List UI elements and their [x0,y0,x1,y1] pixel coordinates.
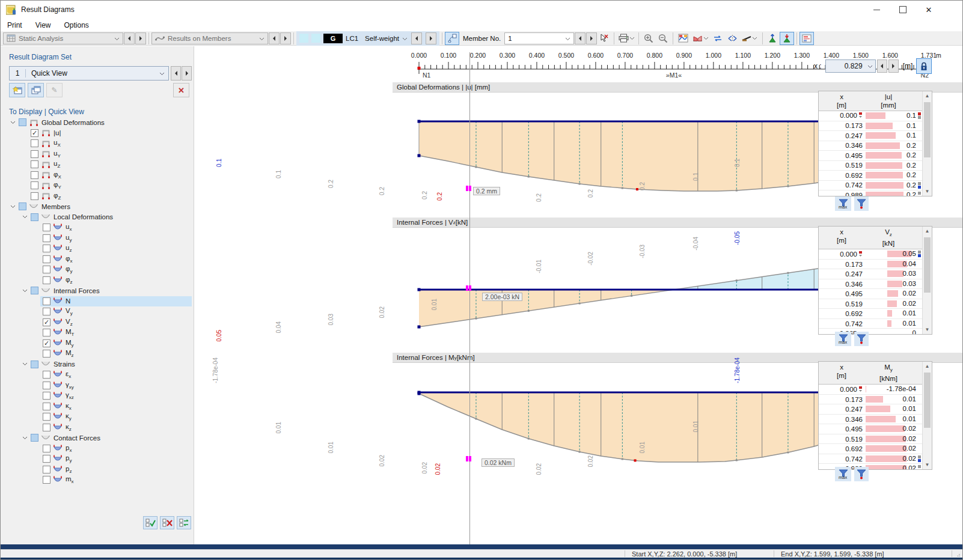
tree-item-u-y[interactable]: uy [1,233,193,244]
rename-set-button[interactable]: ✎ [46,83,63,97]
member-no-select[interactable]: 1 [504,32,574,44]
cursor-value-marker[interactable] [469,186,471,191]
new-set-button[interactable] [9,83,25,97]
tree-item-m-z[interactable]: Mz [1,348,193,359]
table-row[interactable]: 0.742 0.2 [819,181,932,191]
cursor-value-marker[interactable] [466,285,468,291]
pick-member-button[interactable] [597,32,611,45]
tree-checkbox[interactable] [43,392,50,400]
tree-checkbox[interactable] [19,202,26,210]
filter-max-button[interactable]: max [835,467,851,481]
tree-group-local-deformations[interactable]: Local Deformations [1,212,193,223]
table-scrollbar[interactable]: ▲ ▼ [922,227,932,334]
tree-item-p-z[interactable]: pz [1,464,193,475]
tree-group-contact-forces[interactable]: Contact Forces [1,433,193,443]
scroll-down-icon[interactable]: ▼ [923,325,932,334]
tree-checkbox[interactable] [31,171,38,179]
tree-checkbox[interactable] [43,329,50,336]
tree-checkbox[interactable] [43,476,50,484]
tree-checkbox[interactable] [31,150,38,158]
table-row[interactable]: 0.000 0.1 [819,111,932,121]
menu-options[interactable]: Options [57,19,95,31]
x-value-select[interactable]: 0.829 [825,59,876,73]
tree-item--z[interactable]: φZ [1,191,193,202]
analysis-prev-button[interactable] [124,32,135,44]
tree-expander-icon[interactable] [7,121,19,124]
tree-checkbox[interactable] [31,287,38,294]
tree-checkbox[interactable] [31,361,38,368]
tree-item--xz[interactable]: γxz [1,391,193,401]
table-row[interactable]: 0.247 0.03 [819,269,932,279]
tree-checkbox[interactable] [19,118,26,126]
tree-checkbox[interactable] [43,255,50,263]
table-row[interactable]: 0.495 0.02 [819,289,932,299]
filter-cursor-button[interactable] [854,196,869,211]
member-next-button[interactable] [586,32,597,44]
tree-item--y[interactable]: φY [1,180,193,191]
clip-range-button[interactable] [725,32,739,45]
lc-next-button[interactable] [426,32,436,44]
tree-checkbox[interactable] [43,445,50,452]
tree-item-u-z[interactable]: uZ [1,159,193,170]
tree-checkbox[interactable] [43,455,50,463]
delete-set-button[interactable]: ✕ [173,83,189,97]
tree-checkbox[interactable]: ✓ [31,129,38,137]
table-scrollbar[interactable]: ▲ ▼ [922,91,932,196]
scrollbar-thumb[interactable] [924,102,931,157]
table-row[interactable]: 0.346 0.2 [819,141,932,151]
minimize-button[interactable] [863,1,890,19]
table-row[interactable]: 0.692 0.2 [819,171,932,181]
table-row[interactable]: 0.247 0.01 [819,404,932,415]
table-row[interactable]: 0.692 0.02 [819,444,932,454]
results-mode-prev-button[interactable] [269,32,280,44]
invert-selection-button[interactable] [177,516,191,529]
table-row[interactable]: 0.692 0.01 [819,309,932,319]
resize-grip[interactable]: ⣠ [956,550,961,556]
maximize-button[interactable] [890,1,916,19]
results-mode-next-button[interactable] [280,32,291,44]
tree-item--y[interactable]: φy [1,264,193,275]
tree-checkbox[interactable] [31,160,38,168]
x-next-button[interactable] [888,59,899,73]
sync-views-button[interactable] [711,32,725,45]
scrollbar-thumb[interactable] [924,237,931,293]
tree-checkbox[interactable] [31,192,38,200]
set-prev-button[interactable] [171,66,181,81]
tree-group-global-deformations[interactable]: Global Deformations [1,117,193,128]
tree-checkbox[interactable]: ✓ [43,339,50,347]
tree-checkbox[interactable] [43,224,50,231]
menu-print[interactable]: Print [1,19,29,31]
analysis-type-select[interactable]: Static Analysis [3,32,123,44]
table-scrollbar[interactable]: ▲ ▼ [922,362,932,469]
zoom-out-button[interactable] [656,32,670,45]
diagram-set-select[interactable]: 1 Quick View [9,66,169,81]
table-row[interactable]: 0.173 0.1 [819,121,932,132]
tree-group-internal-forces[interactable]: Internal Forces [1,285,193,296]
lc-color-swatch[interactable] [311,34,320,43]
tree-item-n[interactable]: N [1,296,193,307]
tree-item-m-y[interactable]: ✓My [1,338,193,349]
cursor-value-marker[interactable] [466,186,468,191]
view-member-button[interactable] [780,32,794,45]
scroll-up-icon[interactable]: ▲ [923,227,932,236]
lc-prev-button[interactable] [411,32,422,44]
tree-checkbox[interactable]: ✓ [43,318,50,326]
tree-expander-icon[interactable] [19,215,31,219]
tree-item--x[interactable]: φX [1,170,193,181]
tree-item--x[interactable]: εx [1,370,193,380]
cursor-value-marker[interactable] [469,285,471,291]
table-row[interactable]: 0.989 0.2 [819,190,932,196]
tree-checkbox[interactable] [43,371,50,379]
tree-checkbox[interactable] [43,350,50,358]
tree-expander-icon[interactable] [19,362,31,366]
tree-checkbox[interactable] [43,297,50,305]
scroll-down-icon[interactable]: ▼ [923,460,932,469]
tree-group-members[interactable]: Members [1,201,193,212]
tree-item-p-y[interactable]: py [1,454,193,464]
tree-checkbox[interactable] [43,308,50,315]
tree-item-m-x[interactable]: mx [1,475,193,485]
tree-item-u-y[interactable]: uY [1,149,193,160]
table-row[interactable]: 0.173 0.01 [819,395,932,405]
table-row[interactable]: 0.519 0.02 [819,299,932,309]
menu-view[interactable]: View [29,19,58,31]
